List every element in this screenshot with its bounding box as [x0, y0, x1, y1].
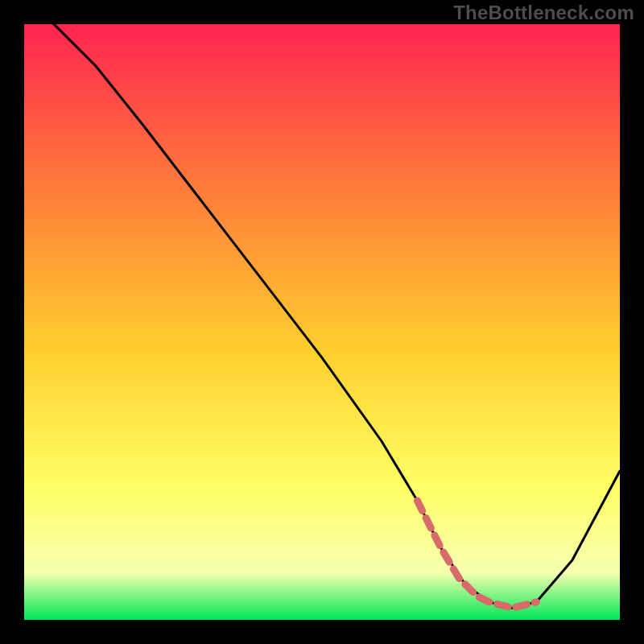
- plot-svg: [24, 24, 620, 620]
- plot-area: [24, 24, 620, 620]
- gradient-background: [24, 24, 620, 620]
- chart-stage: TheBottleneck.com: [0, 0, 644, 644]
- watermark-text: TheBottleneck.com: [453, 2, 634, 24]
